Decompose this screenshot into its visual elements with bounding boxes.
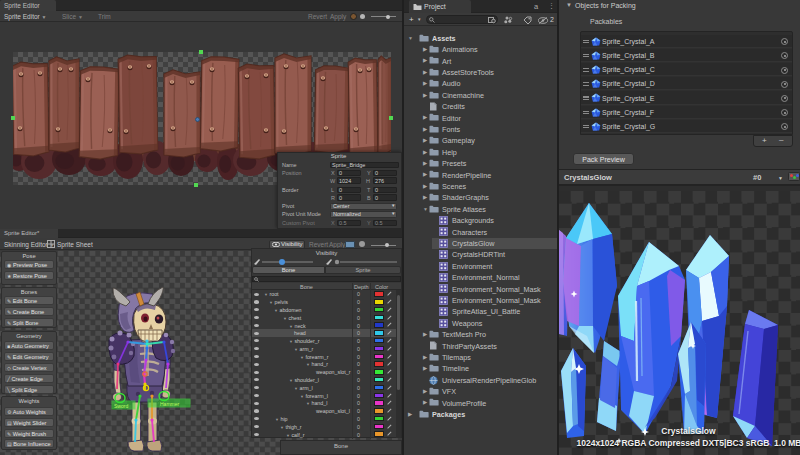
svg-text:Hammer: Hammer [160,401,180,407]
svg-text:Sword: Sword [114,403,128,409]
